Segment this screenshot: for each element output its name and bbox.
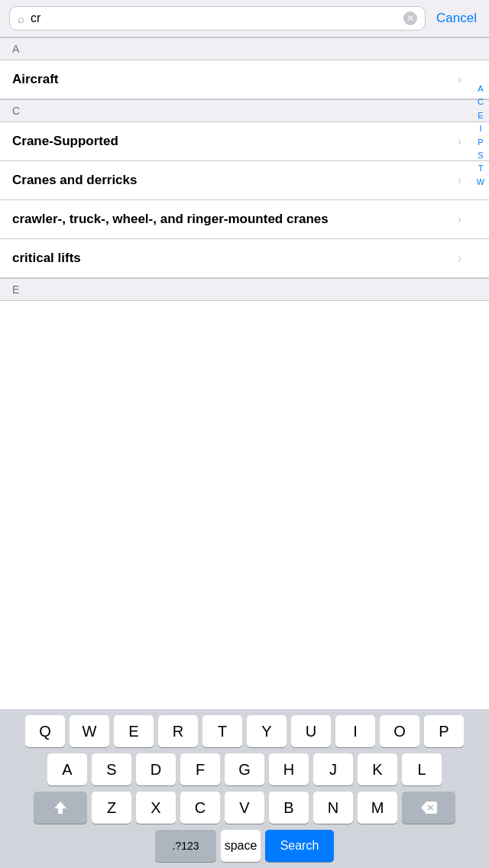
chevron-icon: › — [458, 251, 461, 265]
key-u[interactable]: U — [291, 715, 331, 747]
key-v[interactable]: V — [225, 792, 264, 824]
keyboard-row-2: A S D F G H J K L — [2, 753, 487, 785]
key-r[interactable]: R — [158, 715, 198, 747]
keyboard: Q W E R T Y U I O P A S D F G H J K L Z … — [0, 709, 489, 868]
key-m[interactable]: M — [358, 792, 397, 824]
list-item-label: crawler-, truck-, wheel-, and ringer-mou… — [12, 211, 458, 228]
search-input[interactable] — [31, 11, 397, 25]
side-index-s[interactable]: S — [472, 150, 489, 161]
list-item-label: critical lifts — [12, 250, 458, 267]
key-f[interactable]: F — [180, 753, 220, 785]
key-j[interactable]: J — [313, 753, 353, 785]
list-item-label: Cranes and derricks — [12, 172, 458, 189]
numbers-key[interactable]: .?123 — [155, 830, 216, 862]
key-d[interactable]: D — [136, 753, 176, 785]
chevron-icon: › — [458, 173, 461, 187]
chevron-icon: › — [458, 73, 461, 86]
results-container: A Aircraft › C Crane-Supported › Cranes … — [0, 37, 489, 709]
key-c[interactable]: C — [180, 792, 220, 824]
key-t[interactable]: T — [202, 715, 242, 747]
side-index-p[interactable]: P — [472, 137, 489, 148]
side-index-c[interactable]: C — [472, 96, 489, 108]
list-item-cranes-derricks[interactable]: Cranes and derricks › — [0, 161, 489, 200]
key-b[interactable]: B — [269, 792, 309, 824]
cancel-button[interactable]: Cancel — [433, 11, 480, 26]
list-item-critical-lifts[interactable]: critical lifts › — [0, 239, 489, 278]
list-item-label: Aircraft — [12, 71, 458, 88]
chevron-icon: › — [458, 212, 461, 226]
key-l[interactable]: L — [402, 753, 442, 785]
shift-key[interactable] — [34, 792, 87, 824]
list-item-crane-supported[interactable]: Crane-Supported › — [0, 122, 489, 161]
keyboard-bottom-row: .?123 space Search — [2, 830, 487, 862]
key-k[interactable]: K — [358, 753, 397, 785]
side-index-w[interactable]: W — [472, 177, 489, 188]
search-bar: ⌕ ✕ Cancel — [0, 0, 489, 37]
section-header-e: E — [0, 278, 489, 301]
space-key[interactable]: space — [221, 830, 261, 862]
key-p[interactable]: P — [424, 715, 464, 747]
key-o[interactable]: O — [380, 715, 419, 747]
search-input-wrapper: ⌕ ✕ — [9, 6, 426, 31]
keyboard-row-3: Z X C V B N M — [2, 792, 487, 824]
key-i[interactable]: I — [335, 715, 375, 747]
clear-button[interactable]: ✕ — [403, 11, 417, 25]
key-h[interactable]: H — [269, 753, 309, 785]
section-header-a: A — [0, 37, 489, 60]
side-index-e[interactable]: E — [472, 110, 489, 121]
side-index: A C E I P S T W — [472, 37, 489, 709]
list-item-label: Crane-Supported — [12, 133, 458, 150]
key-x[interactable]: X — [136, 792, 176, 824]
key-w[interactable]: W — [70, 715, 109, 747]
list-item-crawler-cranes[interactable]: crawler-, truck-, wheel-, and ringer-mou… — [0, 200, 489, 239]
key-n[interactable]: N — [313, 792, 353, 824]
key-s[interactable]: S — [92, 753, 131, 785]
key-a[interactable]: A — [47, 753, 87, 785]
section-header-c: C — [0, 99, 489, 122]
keyboard-row-1: Q W E R T Y U I O P — [2, 715, 487, 747]
list-item-aircraft[interactable]: Aircraft › — [0, 60, 489, 99]
delete-key[interactable] — [402, 792, 455, 824]
key-z[interactable]: Z — [92, 792, 131, 824]
key-e[interactable]: E — [114, 715, 154, 747]
key-g[interactable]: G — [225, 753, 264, 785]
side-index-a[interactable]: A — [472, 83, 489, 95]
search-key[interactable]: Search — [265, 830, 334, 862]
key-y[interactable]: Y — [247, 715, 287, 747]
side-index-t[interactable]: T — [472, 163, 489, 174]
side-index-i[interactable]: I — [472, 123, 489, 134]
chevron-icon: › — [458, 134, 461, 148]
search-icon: ⌕ — [18, 12, 24, 25]
key-q[interactable]: Q — [25, 715, 65, 747]
